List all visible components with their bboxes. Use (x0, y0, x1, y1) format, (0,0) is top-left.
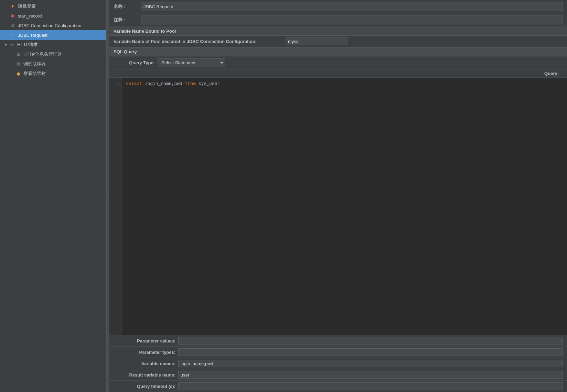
sidebar-item-http-request[interactable]: ▼ ✏ HTTP请求 (0, 40, 106, 50)
pool-var-input[interactable] (286, 37, 348, 45)
sidebar-item-label: 察看结果树 (23, 70, 46, 77)
variable-names-label: Variable names: (114, 361, 175, 366)
line-numbers: 1 (109, 78, 122, 335)
sql-keyword-from: from (185, 81, 196, 86)
code-line-1: select login_name,pwd from sys_user (126, 80, 563, 87)
param-section: Parameter values: Parameter types: Varia… (109, 335, 567, 392)
line-number-1: 1 (112, 80, 119, 87)
query-label: Query: (544, 71, 563, 76)
sql-field-login-name: login_name (145, 81, 172, 86)
query-type-label: Query Type: (114, 60, 155, 65)
variable-names-row: Variable names: (109, 358, 567, 369)
start-record-icon: ✱ (10, 13, 16, 19)
sidebar-item-label: JDBC Connection Configuration (18, 23, 81, 28)
comment-row: 注释： (109, 13, 567, 27)
variable-names-input[interactable] (178, 360, 563, 367)
sql-table-sys-user: sys_user (199, 81, 220, 86)
jdbc-config-icon: ⚙ (10, 22, 16, 29)
tree-arrow-icon: ▼ (4, 43, 8, 47)
vn-section-title: Variable Name Bound to Pool (114, 29, 176, 34)
name-input[interactable] (141, 2, 563, 11)
sidebar-item-label: 随机变量 (18, 3, 36, 9)
sidebar-item-label: HTTP信息头管理器 (23, 51, 62, 57)
sql-field-pwd: pwd (174, 81, 182, 86)
sidebar-item-jdbc-config[interactable]: ⚙ JDBC Connection Configuration (0, 21, 106, 30)
result-variable-input[interactable] (178, 371, 563, 379)
sidebar-item-http-header[interactable]: ⚙ HTTP信息头管理器 (0, 50, 106, 59)
param-types-label: Parameter types: (114, 350, 175, 355)
name-label: 名称： (114, 3, 141, 10)
sql-query-title: SQL Query (114, 49, 137, 54)
query-type-row: Query Type: Select Statement Update Stat… (109, 56, 567, 69)
sidebar: ✦ 随机变量 ✱ start_record ⚙ JDBC Connection … (0, 0, 107, 392)
sql-query-header: SQL Query (109, 47, 567, 56)
pool-var-row: Variable Name of Pool declared in JDBC C… (109, 36, 567, 47)
result-variable-row: Result variable name: (109, 369, 567, 381)
http-icon: ✏ (9, 42, 15, 48)
param-types-input[interactable] (178, 348, 563, 356)
query-timeout-input[interactable] (178, 382, 563, 390)
query-label-row: Query: (109, 69, 567, 78)
jdbc-req-icon: ✏ (10, 32, 16, 38)
param-values-row: Parameter values: (109, 335, 567, 347)
main-panel: 名称： 注释： Variable Name Bound to Pool Vari… (109, 0, 567, 392)
sidebar-item-view-results[interactable]: ◆ 察看结果树 (0, 69, 106, 78)
pool-var-label: Variable Name of Pool declared in JDBC C… (114, 39, 286, 44)
vn-section-header: Variable Name Bound to Pool (109, 27, 567, 36)
sidebar-item-debug-sampler[interactable]: ⚙ 调试取样器 (0, 59, 106, 69)
param-types-row: Parameter types: (109, 347, 567, 358)
sidebar-item-label: JDBC Request (18, 33, 47, 38)
sql-keyword-select: select (126, 81, 142, 86)
comment-label: 注释： (114, 17, 141, 23)
sidebar-item-start-record[interactable]: ✱ start_record (0, 11, 106, 21)
sidebar-item-label: start_record (18, 13, 42, 19)
sidebar-item-label: HTTP请求 (17, 42, 38, 48)
view-tree-icon: ◆ (15, 70, 21, 77)
sidebar-item-label: 调试取样器 (23, 61, 46, 67)
code-editor: 1 select login_name,pwd from sys_user (109, 78, 567, 335)
query-timeout-label: Query timeout (s): (114, 384, 175, 389)
http-header-icon: ⚙ (15, 51, 21, 57)
code-content[interactable]: select login_name,pwd from sys_user (122, 78, 567, 335)
result-variable-label: Result variable name: (114, 372, 175, 378)
query-timeout-row: Query timeout (s): (109, 381, 567, 392)
comment-input[interactable] (141, 15, 563, 24)
name-row: 名称： (109, 0, 567, 13)
param-values-input[interactable] (178, 337, 563, 345)
random-var-icon: ✦ (10, 3, 16, 9)
debug-icon: ⚙ (15, 61, 21, 67)
panel-divider[interactable]: ··· (107, 0, 109, 392)
param-values-label: Parameter values: (114, 338, 175, 344)
query-type-select[interactable]: Select Statement Update Statement Callab… (158, 58, 225, 67)
sidebar-item-jdbc-request[interactable]: ✏ JDBC Request (0, 30, 106, 40)
sidebar-item-random-var[interactable]: ✦ 随机变量 (0, 1, 106, 11)
